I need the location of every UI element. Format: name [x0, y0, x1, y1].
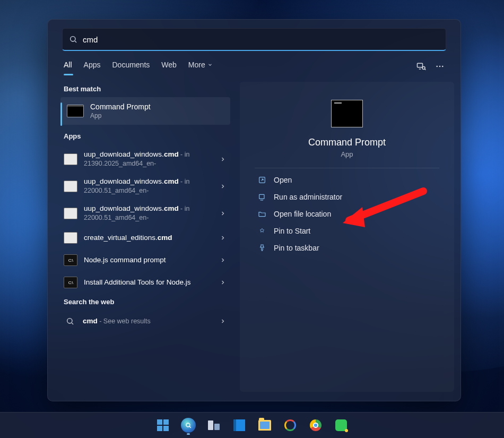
tab-more-label: More — [188, 61, 205, 69]
batch-file-icon — [64, 232, 77, 244]
batch-file-icon — [64, 181, 77, 192]
app-result-item[interactable]: uup_download_windows.cmd - in21390.2025_… — [56, 145, 234, 173]
action-pin-to-taskbar[interactable]: Pin to taskbar — [255, 239, 439, 256]
taskbar-task-view-button[interactable] — [203, 415, 224, 436]
result-text: uup_download_windows.cmd - in22000.51_am… — [84, 204, 213, 222]
taskbar-search-button[interactable] — [178, 415, 199, 436]
section-apps-label: Apps — [64, 132, 234, 140]
svg-point-4 — [436, 66, 438, 67]
best-match-result[interactable]: Command Prompt App — [60, 97, 230, 125]
pin-icon — [258, 244, 266, 252]
action-run-as-administrator[interactable]: Run as administrator — [255, 188, 439, 205]
divider — [255, 168, 439, 168]
folder-icon — [258, 210, 266, 218]
svg-point-11 — [186, 423, 190, 427]
action-open-file-location[interactable]: Open file location — [255, 205, 439, 222]
apps-list: uup_download_windows.cmd - in21390.2025_… — [56, 145, 234, 294]
result-text: uup_download_windows.cmd - in21390.2025_… — [84, 150, 213, 168]
tab-more[interactable]: More — [188, 61, 213, 74]
action-open-label: Open — [274, 176, 292, 184]
chat-app-icon — [335, 419, 347, 431]
action-open[interactable]: Open — [255, 171, 439, 188]
chevron-right-icon — [220, 279, 226, 286]
search-container — [62, 28, 446, 51]
svg-rect-2 — [418, 63, 423, 67]
app-result-item[interactable]: create_virtual_editions.cmd — [56, 227, 234, 249]
chevron-right-icon — [220, 183, 226, 190]
terminal-icon: C:\ — [64, 277, 77, 288]
best-match-title: Command Prompt — [90, 102, 151, 111]
start-search-panel: All Apps Documents Web More Best match — [47, 19, 461, 401]
svg-rect-10 — [259, 194, 264, 199]
action-run-admin-label: Run as administrator — [274, 193, 342, 201]
search-orb-icon — [181, 418, 196, 433]
chevron-right-icon — [220, 235, 226, 241]
svg-point-5 — [439, 66, 441, 67]
taskbar-file-explorer[interactable] — [254, 415, 275, 436]
command-prompt-icon — [67, 105, 84, 117]
app-result-item[interactable]: uup_download_windows.cmd - in22000.51_am… — [56, 173, 234, 200]
ring-app-icon — [284, 419, 296, 431]
preview-actions: Open Run as administrator Open file loca… — [255, 171, 439, 256]
svg-point-3 — [422, 66, 425, 69]
chevron-right-icon — [220, 156, 226, 162]
preview-app-icon — [331, 100, 363, 127]
taskbar-chat-app[interactable] — [331, 415, 352, 436]
chevron-down-icon — [207, 62, 213, 67]
result-text: uup_download_windows.cmd - in22000.51_am… — [84, 177, 213, 195]
preview-pane: Command Prompt App Open Run as administr… — [240, 82, 454, 392]
open-icon — [258, 176, 266, 184]
device-search-icon[interactable] — [416, 61, 427, 74]
taskbar — [0, 412, 504, 438]
svg-point-7 — [67, 319, 72, 323]
taskbar-chrome[interactable] — [305, 415, 326, 436]
chevron-right-icon — [220, 210, 226, 217]
preview-subtitle: App — [341, 150, 353, 158]
web-result-item[interactable]: cmd - See web results — [56, 310, 234, 332]
taskbar-start-button[interactable] — [152, 415, 173, 436]
action-pin-taskbar-label: Pin to taskbar — [274, 244, 319, 252]
tab-web[interactable]: Web — [161, 61, 177, 74]
batch-file-icon — [64, 153, 77, 165]
svg-line-12 — [189, 426, 191, 428]
taskbar-app-2[interactable] — [280, 415, 301, 436]
terminal-icon: C:\ — [64, 254, 77, 266]
chevron-right-icon — [220, 257, 226, 263]
chevron-right-icon — [220, 318, 226, 324]
app-result-item[interactable]: C:\Install Additional Tools for Node.js — [56, 271, 234, 294]
tab-all[interactable]: All — [64, 61, 72, 74]
tab-apps[interactable]: Apps — [84, 61, 101, 74]
results-column: Best match Command Prompt App Apps uup_d… — [54, 82, 234, 392]
app-result-item[interactable]: C:\Node.js command prompt — [56, 249, 234, 271]
section-best-match-label: Best match — [64, 85, 234, 93]
chrome-icon — [310, 419, 321, 431]
pin-icon — [258, 227, 266, 235]
more-options-icon[interactable] — [435, 62, 445, 73]
search-box[interactable] — [62, 28, 446, 51]
result-text: Install Additional Tools for Node.js — [84, 278, 213, 287]
svg-point-0 — [71, 37, 75, 41]
file-explorer-icon — [258, 420, 271, 431]
windows-logo-icon — [157, 419, 169, 431]
filter-row: All Apps Documents Web More — [48, 57, 460, 74]
app-result-item[interactable]: uup_download_windows.cmd - in22000.51_am… — [56, 200, 234, 227]
task-view-icon — [208, 420, 220, 430]
taskbar-app-1[interactable] — [229, 415, 250, 436]
svg-point-6 — [442, 66, 444, 67]
svg-line-8 — [72, 323, 73, 324]
action-pin-to-start[interactable]: Pin to Start — [255, 222, 439, 239]
blue-panel-app-icon — [233, 419, 245, 431]
tab-documents[interactable]: Documents — [112, 61, 150, 74]
search-icon — [69, 35, 77, 44]
svg-line-1 — [75, 41, 76, 42]
web-result-text: cmd - See web results — [83, 316, 213, 326]
batch-file-icon — [64, 208, 77, 219]
search-icon — [66, 317, 74, 325]
action-pin-start-label: Pin to Start — [274, 227, 310, 235]
section-search-web-label: Search the web — [64, 298, 234, 306]
preview-title: Command Prompt — [308, 137, 386, 148]
shield-admin-icon — [258, 193, 266, 201]
search-input[interactable] — [82, 35, 439, 45]
action-open-location-label: Open file location — [274, 210, 331, 218]
result-text: create_virtual_editions.cmd — [84, 233, 213, 243]
